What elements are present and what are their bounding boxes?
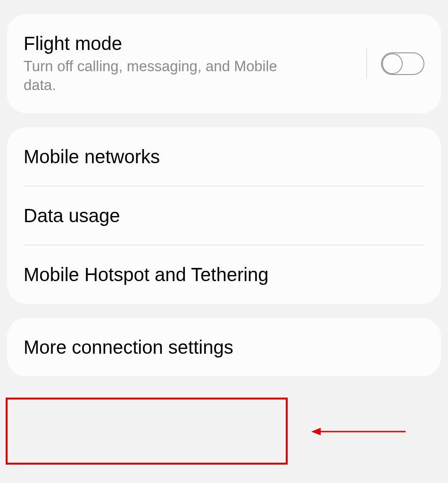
more-settings-card: More connection settings — [7, 318, 441, 376]
flight-mode-toggle-container — [366, 49, 424, 79]
data-usage-label: Data usage — [24, 204, 424, 227]
network-card: Mobile networks Data usage Mobile Hotspo… — [7, 127, 441, 304]
toggle-divider — [366, 49, 367, 79]
flight-mode-toggle[interactable] — [381, 52, 424, 75]
more-connection-settings-row[interactable]: More connection settings — [7, 318, 441, 376]
mobile-networks-label: Mobile networks — [24, 145, 424, 168]
flight-mode-text: Flight mode Turn off calling, messaging,… — [24, 32, 366, 95]
toggle-knob-icon — [382, 53, 403, 74]
data-usage-row[interactable]: Data usage — [7, 186, 441, 245]
mobile-hotspot-label: Mobile Hotspot and Tethering — [24, 263, 424, 286]
flight-mode-row[interactable]: Flight mode Turn off calling, messaging,… — [7, 14, 441, 113]
annotation-highlight-box — [6, 398, 288, 465]
flight-mode-subtitle: Turn off calling, messaging, and Mobile … — [24, 57, 288, 95]
flight-mode-card: Flight mode Turn off calling, messaging,… — [7, 14, 441, 113]
flight-mode-title: Flight mode — [24, 32, 366, 55]
mobile-hotspot-row[interactable]: Mobile Hotspot and Tethering — [7, 245, 441, 304]
more-connection-settings-label: More connection settings — [24, 336, 424, 358]
svg-marker-1 — [311, 428, 321, 435]
annotation-arrow-icon — [311, 425, 406, 439]
mobile-networks-row[interactable]: Mobile networks — [7, 127, 441, 186]
